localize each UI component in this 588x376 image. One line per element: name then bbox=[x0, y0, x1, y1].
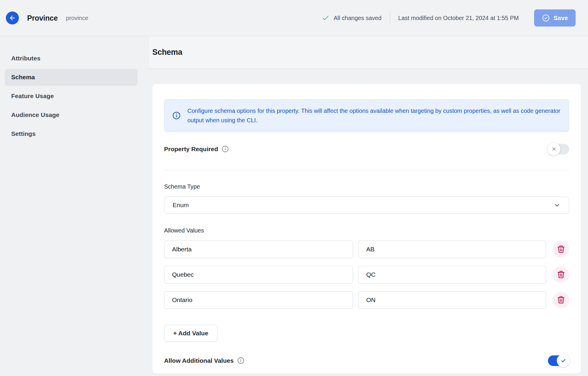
sidebar-item-schema[interactable]: Schema bbox=[5, 69, 138, 86]
info-banner: Configure schema options for this proper… bbox=[164, 99, 569, 132]
property-required-row: Property Required bbox=[164, 144, 569, 154]
save-button[interactable]: Save bbox=[534, 9, 576, 27]
allowed-value-row bbox=[164, 240, 569, 258]
page-title: Schema bbox=[152, 48, 182, 57]
last-modified-text: Last modified on October 21, 2024 at 1:5… bbox=[398, 15, 519, 22]
save-button-label: Save bbox=[554, 14, 568, 22]
schema-type-value: Enum bbox=[173, 202, 189, 209]
info-icon[interactable] bbox=[222, 145, 229, 153]
content-area: Configure schema options for this proper… bbox=[149, 69, 588, 376]
info-icon bbox=[172, 111, 181, 120]
allow-additional-label: Allow Additional Values bbox=[164, 357, 234, 364]
trash-icon bbox=[557, 296, 565, 304]
sidebar-nav: AttributesSchemaFeature UsageAudience Us… bbox=[0, 36, 149, 376]
trash-icon bbox=[557, 270, 565, 279]
page-header-subtitle: province bbox=[66, 15, 88, 22]
info-banner-text: Configure schema options for this proper… bbox=[187, 106, 561, 125]
allow-additional-row: Allow Additional Values bbox=[164, 355, 569, 366]
sidebar-item-attributes[interactable]: Attributes bbox=[5, 50, 138, 67]
page-header-title: Province bbox=[27, 14, 58, 22]
allowed-values-label: Allowed Values bbox=[164, 227, 569, 234]
top-header: Province province All changes saved Last… bbox=[0, 0, 588, 36]
check-icon bbox=[322, 14, 329, 22]
allow-additional-toggle[interactable] bbox=[548, 355, 569, 366]
delete-value-button[interactable] bbox=[553, 292, 569, 308]
allowed-value-row bbox=[164, 266, 569, 283]
arrow-left-icon bbox=[9, 14, 16, 22]
allowed-value-code-input[interactable] bbox=[358, 266, 546, 283]
save-status-text: All changes saved bbox=[333, 15, 381, 22]
property-required-toggle[interactable] bbox=[548, 144, 569, 154]
chevron-down-icon bbox=[554, 202, 561, 209]
circle-check-icon bbox=[542, 14, 550, 22]
schema-type-select[interactable]: Enum bbox=[164, 197, 569, 214]
allowed-value-name-input[interactable] bbox=[164, 291, 353, 309]
schema-type-label: Schema Type bbox=[164, 183, 569, 190]
allowed-values-list bbox=[164, 240, 569, 309]
header-divider bbox=[390, 13, 390, 23]
schema-card: Configure schema options for this proper… bbox=[152, 84, 581, 374]
allowed-value-code-input[interactable] bbox=[358, 240, 546, 258]
delete-value-button[interactable] bbox=[553, 266, 569, 283]
allowed-value-name-input[interactable] bbox=[164, 266, 353, 283]
page-title-strip: Schema bbox=[149, 36, 588, 69]
sidebar-item-settings[interactable]: Settings bbox=[5, 125, 138, 142]
trash-icon bbox=[557, 245, 565, 253]
info-icon[interactable] bbox=[237, 357, 245, 364]
allowed-value-code-input[interactable] bbox=[358, 291, 546, 309]
add-value-button[interactable]: + Add Value bbox=[164, 325, 217, 342]
delete-value-button[interactable] bbox=[553, 241, 569, 258]
property-required-label: Property Required bbox=[164, 146, 218, 153]
sidebar-item-feature-usage[interactable]: Feature Usage bbox=[5, 88, 138, 105]
sidebar-item-audience-usage[interactable]: Audience Usage bbox=[5, 106, 138, 123]
allowed-value-row bbox=[164, 291, 569, 309]
allowed-value-name-input[interactable] bbox=[164, 240, 353, 258]
section-divider bbox=[164, 170, 569, 170]
save-status: All changes saved bbox=[322, 14, 381, 22]
back-button[interactable] bbox=[6, 11, 19, 24]
x-icon bbox=[547, 143, 560, 156]
check-icon bbox=[557, 354, 570, 367]
